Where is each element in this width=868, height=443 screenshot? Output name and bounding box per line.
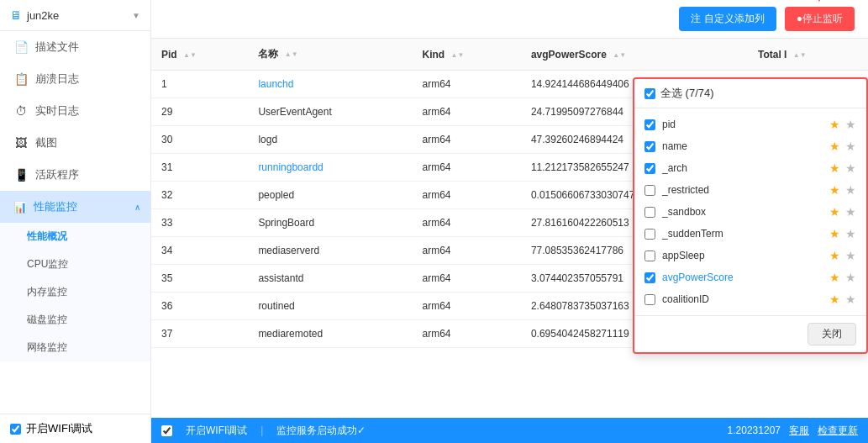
pin-icon[interactable]: ★	[845, 183, 856, 197]
dropdown-item-label[interactable]: _suddenTerm	[662, 228, 823, 240]
cell-pid: 34	[151, 237, 248, 265]
sidebar-item-perf-overview[interactable]: 性能概况	[0, 223, 150, 251]
select-all-checkbox[interactable]	[644, 88, 655, 99]
dropdown-item-checkbox[interactable]	[644, 229, 655, 240]
crash-log-icon: 📋	[13, 71, 29, 87]
pin-icon[interactable]: ★	[845, 227, 856, 240]
star-icon[interactable]: ★	[829, 227, 840, 240]
star-icon[interactable]: ★	[829, 118, 840, 131]
custom-column-label: 注 自定义添加列	[691, 12, 764, 26]
pin-icon[interactable]: ★	[845, 205, 856, 219]
stop-monitor-button[interactable]: ●停止监听	[785, 7, 855, 31]
dropdown-item-label[interactable]: avgPowerScore	[662, 272, 823, 283]
cell-kind: arm64	[413, 98, 521, 126]
sidebar-item-perf-monitor[interactable]: 📊 性能监控 ∧	[0, 191, 150, 223]
dropdown-item-checkbox[interactable]	[644, 119, 655, 130]
sidebar-item-active-app[interactable]: 📱 活跃程序	[0, 159, 150, 191]
pin-icon[interactable]: ★	[845, 293, 856, 306]
dropdown-item-checkbox[interactable]	[644, 141, 655, 152]
cell-kind: arm64	[413, 265, 521, 293]
dropdown-item-icons: ★★	[829, 205, 856, 219]
star-icon[interactable]: ★	[829, 140, 840, 153]
dropdown-item-label[interactable]: coalitionID	[662, 293, 823, 305]
statusbar: 开启WIFI调试 | 监控服务启动成功✓ 1.20231207 客服 检查更新	[151, 418, 868, 443]
realtime-icon: ⏱	[13, 103, 29, 119]
sort-icon-avg: ▲▼	[613, 51, 626, 59]
dropdown-item-icons: ★★	[829, 271, 856, 284]
dropdown-item-checkbox[interactable]	[644, 251, 655, 261]
sidebar-item-memory-monitor[interactable]: 内存监控	[0, 278, 150, 306]
statusbar-update[interactable]: 检查更新	[818, 424, 858, 438]
sidebar-item-screenshot[interactable]: 🖼 截图	[0, 127, 150, 159]
dropdown-item-label[interactable]: name	[662, 140, 823, 152]
sort-icon-total: ▲▼	[793, 51, 807, 59]
statusbar-version: 1.20231207	[728, 425, 781, 436]
pin-icon[interactable]: ★	[845, 249, 856, 262]
star-icon[interactable]: ★	[829, 161, 840, 175]
col-avg-power: avgPowerScore ▲▼	[521, 39, 748, 71]
perf-icon: 📊	[13, 201, 27, 214]
sidebar-item-crash-log[interactable]: 📋 崩溃日志	[0, 63, 150, 95]
cell-pid: 31	[151, 154, 248, 182]
custom-column-button[interactable]: 注 自定义添加列	[679, 7, 776, 31]
chevron-up-icon: ∧	[134, 203, 140, 212]
cell-name: mediaserverd	[248, 237, 412, 265]
wifi-toggle-area: 开启WIFI调试	[0, 414, 150, 443]
cell-name: mediaremoted	[248, 320, 412, 348]
dropdown-item-checkbox[interactable]	[644, 163, 655, 174]
pin-icon[interactable]: ★	[845, 118, 856, 131]
sidebar-item-network-monitor[interactable]: 网络监控	[0, 334, 150, 361]
statusbar-status-msg: 监控服务启动成功✓	[276, 424, 366, 438]
cell-kind: arm64	[413, 71, 521, 98]
statusbar-wifi-label: 开启WIFI调试	[186, 424, 247, 438]
cell-name[interactable]: runningboardd	[248, 154, 412, 182]
dropdown-item-icons: ★★	[829, 161, 856, 175]
sidebar-item-cpu-monitor[interactable]: CPU监控	[0, 251, 150, 278]
dropdown-item-label[interactable]: _restricted	[662, 184, 823, 196]
star-icon[interactable]: ★	[829, 183, 840, 197]
cell-name[interactable]: launchd	[248, 71, 412, 98]
sidebar-item-realtime-log[interactable]: ⏱ 实时日志	[0, 95, 150, 127]
cell-kind: arm64	[413, 182, 521, 209]
col-name: 名称 ▲▼	[248, 39, 412, 71]
statusbar-wifi-checkbox[interactable]	[161, 425, 172, 436]
cell-pid: 33	[151, 209, 248, 237]
dropdown-item-label[interactable]: _arch	[662, 162, 823, 174]
sidebar-item-label: 截图	[35, 135, 57, 150]
wifi-checkbox[interactable]	[10, 424, 21, 435]
sub-item-label: 性能概况	[27, 230, 67, 242]
close-dropdown-button[interactable]: 关闭	[808, 323, 856, 345]
dropdown-item-checkbox[interactable]	[644, 207, 655, 218]
pin-icon[interactable]: ★	[845, 161, 856, 175]
cell-name: UserEventAgent	[248, 98, 412, 126]
cell-name: logd	[248, 126, 412, 154]
dropdown-item: name★★	[634, 135, 866, 157]
star-icon[interactable]: ★	[829, 271, 840, 284]
pin-icon[interactable]: ★	[845, 271, 856, 284]
star-icon[interactable]: ★	[829, 249, 840, 262]
pin-icon[interactable]: ★	[845, 140, 856, 153]
dropdown-item: _suddenTerm★★	[634, 223, 866, 245]
dropdown-item-label[interactable]: appSleep	[662, 250, 823, 261]
dropdown-item: _sandbox★★	[634, 201, 866, 223]
star-icon[interactable]: ★	[829, 205, 840, 219]
arrow-indicator	[813, 0, 825, 2]
screenshot-icon: 🖼	[13, 135, 29, 150]
dropdown-item-label[interactable]: pid	[662, 119, 823, 130]
dropdown-item-label[interactable]: _sandbox	[662, 206, 823, 218]
dropdown-item-icons: ★★	[829, 140, 856, 153]
arrow-head	[813, 0, 825, 2]
table-area-wrapper: Pid ▲▼ 名称 ▲▼ Kind ▲▼ avgPowerScore	[151, 39, 868, 418]
dropdown-item-checkbox[interactable]	[644, 272, 655, 283]
star-icon[interactable]: ★	[829, 293, 840, 306]
perf-sub-nav: 性能概况 CPU监控 内存监控 磁盘监控 网络监控	[0, 223, 150, 361]
sidebar-item-disk-monitor[interactable]: 磁盘监控	[0, 306, 150, 334]
dropdown-item-checkbox[interactable]	[644, 294, 655, 305]
sidebar-header[interactable]: 🖥 jun2ke ▼	[0, 0, 150, 31]
statusbar-support[interactable]: 客服	[789, 424, 809, 438]
sidebar-item-label: 描述文件	[35, 40, 79, 55]
main-content: 注 自定义添加列 ●停止监听 Pid	[151, 0, 868, 443]
sidebar-item-label: 活跃程序	[35, 167, 79, 182]
dropdown-item-checkbox[interactable]	[644, 185, 655, 196]
sidebar-item-describe[interactable]: 📄 描述文件	[0, 31, 150, 63]
